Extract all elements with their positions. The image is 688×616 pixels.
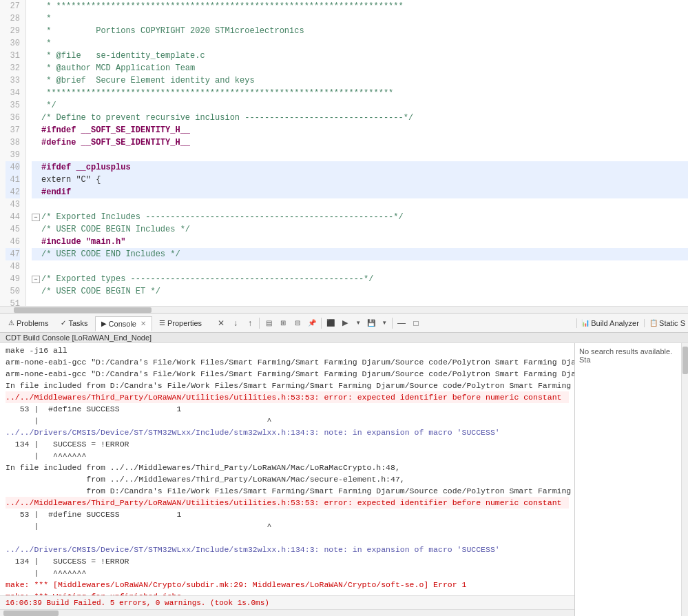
console-close-icon[interactable]: ✕ xyxy=(140,320,146,327)
right-sidebar: No search results available. Sta xyxy=(574,343,681,616)
console-title-bar: CDT Build Console [LoRaWAN_End_Node] xyxy=(0,333,688,343)
console-title: CDT Build Console [LoRaWAN_End_Node] xyxy=(6,333,152,342)
code-view[interactable]: 2728293031323334353637383940414243444546… xyxy=(0,0,688,306)
console-icon: ▶ xyxy=(101,320,107,327)
properties-label: Properties xyxy=(167,319,202,327)
console-output[interactable]: make -j16 allarm-none-eabi-gcc "D:/Candr… xyxy=(0,343,574,616)
code-content[interactable]: * **************************************… xyxy=(26,0,688,306)
tab-properties[interactable]: ☰ Properties xyxy=(154,316,207,331)
toolbar-save-btn[interactable]: 💾 xyxy=(364,316,378,330)
toolbar-stop-btn[interactable]: ⬛ xyxy=(324,316,337,330)
toolbar-filter-btn[interactable]: ▤ xyxy=(262,316,275,330)
toolbar-layout-btn[interactable]: ⊞ xyxy=(276,316,290,330)
right-sidebar-content: No search results available. Sta xyxy=(575,343,681,616)
toolbar-pin-btn[interactable]: 📌 xyxy=(305,316,319,330)
console-vscroll-thumb[interactable] xyxy=(682,347,688,374)
tab-console[interactable]: ▶ Console ✕ xyxy=(95,316,152,331)
static-label[interactable]: Static S xyxy=(659,319,685,327)
right-sep: | xyxy=(642,318,647,328)
bottom-panel: ⚠ Problems ✓ Tasks ▶ Console ✕ ☰ Propert… xyxy=(0,314,688,616)
properties-icon: ☰ xyxy=(159,319,165,327)
console-hscroll[interactable] xyxy=(0,609,574,616)
toolbar-sep2 xyxy=(321,318,322,329)
right-panel-tabs: 📊 Build Analyzer | 📋 Static S xyxy=(576,318,685,328)
console-label: Console xyxy=(109,320,136,328)
editor-area: 2728293031323334353637383940414243444546… xyxy=(0,0,688,314)
console-lines[interactable]: make -j16 allarm-none-eabi-gcc "D:/Candr… xyxy=(0,343,574,595)
tasks-label: Tasks xyxy=(68,319,87,327)
toolbar-play-btn[interactable]: ▶ xyxy=(338,316,352,330)
console-wrapper: CDT Build Console [LoRaWAN_End_Node] mak… xyxy=(0,333,688,616)
console-and-sidebar: make -j16 allarm-none-eabi-gcc "D:/Candr… xyxy=(0,343,688,616)
console-status-bar: 16:06:39 Build Failed. 5 errors, 0 warni… xyxy=(0,595,574,609)
tab-tasks[interactable]: ✓ Tasks xyxy=(55,316,93,331)
console-hscroll-thumb[interactable] xyxy=(3,610,59,616)
tab-problems[interactable]: ⚠ Problems xyxy=(3,316,54,331)
toolbar-up-btn[interactable]: ↑ xyxy=(243,316,257,330)
toolbar-maximize-btn[interactable]: □ xyxy=(409,316,423,330)
build-analyzer-icon: 📊 xyxy=(581,319,590,327)
line-numbers: 2728293031323334353637383940414243444546… xyxy=(0,0,26,306)
toolbar-dropdown2-btn[interactable]: ▼ xyxy=(379,316,390,330)
panel-toolbar: ✕ ↓ ↑ ▤ ⊞ ⊟ 📌 ⬛ ▶ ▼ 💾 ▼ — □ xyxy=(214,316,423,330)
tasks-icon: ✓ xyxy=(61,319,66,327)
toolbar-sep3 xyxy=(392,318,393,329)
no-results-text: No search results available. Sta xyxy=(579,347,672,364)
toolbar-layout2-btn[interactable]: ⊟ xyxy=(291,316,304,330)
editor-hscroll-thumb[interactable] xyxy=(14,307,152,313)
toolbar-minimize-btn[interactable]: — xyxy=(395,316,408,330)
toolbar-down-btn[interactable]: ↓ xyxy=(229,316,242,330)
build-analyzer-label[interactable]: Build Analyzer xyxy=(591,319,639,327)
static-icon: 📋 xyxy=(649,319,658,327)
console-status-text: 16:06:39 Build Failed. 5 errors, 0 warni… xyxy=(6,599,269,607)
editor-hscroll[interactable] xyxy=(0,306,688,313)
toolbar-close-btn[interactable]: ✕ xyxy=(214,316,228,330)
toolbar-dropdown-btn[interactable]: ▼ xyxy=(353,316,364,330)
console-vscroll[interactable] xyxy=(681,343,688,616)
toolbar-sep1 xyxy=(259,318,260,329)
problems-icon: ⚠ xyxy=(8,319,14,327)
problems-label: Problems xyxy=(17,319,48,327)
panel-tabs-bar: ⚠ Problems ✓ Tasks ▶ Console ✕ ☰ Propert… xyxy=(0,314,688,333)
